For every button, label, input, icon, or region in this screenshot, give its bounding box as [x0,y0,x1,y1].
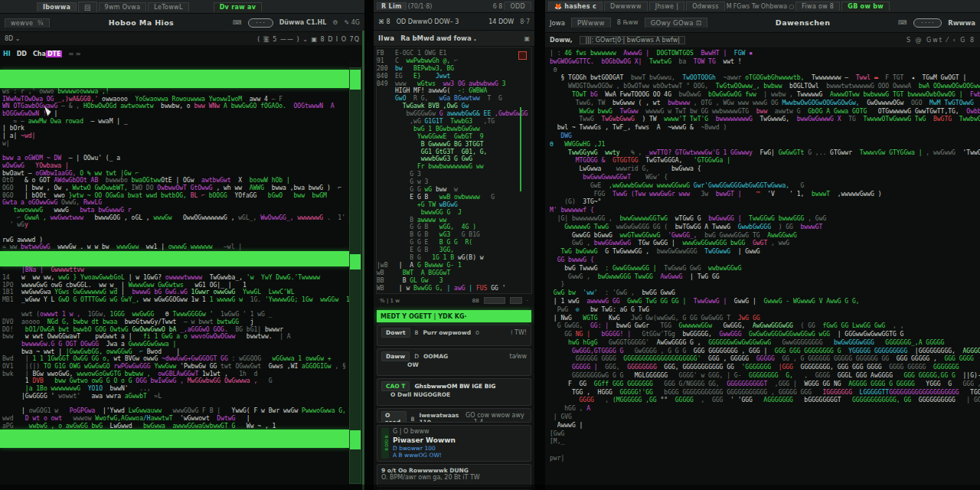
mid-window-tabbar: R Lim (70/1·8) 6 8 ODD [374,0,534,13]
tab-active-green[interactable]: Dv raw av [214,2,262,11]
tab-odwess[interactable]: Odwwss [686,2,725,11]
code-token: bwA OOwwwOGwOOGwwOOwT [911,83,980,90]
code-token: GGGGGGGGGG [911,397,956,403]
code-line: |GwGGGG ' wowwt' awa wwra aGwwbT ≈L [2,393,349,400]
code-token: — & , [57,103,83,109]
code-token: TwwwwwG [797,91,823,98]
code-line: bwOawt — oGWbwIaaGG, O % ww twt |Gw ⌐ [2,170,349,178]
code-line: | a| ~wd| [2,132,349,140]
right-toolbar-icons[interactable]: S @ Gwt ⁄ ‹ G 8 [906,37,975,44]
code-token: bww Gwtwo owG G O o G [54,377,136,384]
right-bar2-run[interactable]: 8 ℞ww [617,19,639,26]
keyboard-icon[interactable]: ⌨ [898,19,907,26]
tab-icon-square[interactable]: 回 [78,2,96,12]
code-token: T G [480,95,502,102]
code-token: bwwwwGw.G G OGT OGwGG [21,341,99,348]
right-bar3-box[interactable]: |||: GOwrt|0·| bwGwws A bwfw| [580,36,685,44]
code-token: | GGG [956,397,980,403]
code-token: GG , G GGGGGG GGGGG GGGGGG GG [775,355,889,362]
code-token: bwwGwwwwGGTwG [612,215,668,222]
tab-rlim[interactable]: R Lim [377,2,407,10]
command-icon[interactable]: ⌘ 8 [378,18,390,25]
expand-icon[interactable]: ▣ [524,35,530,42]
code-token: TwwGwwG | [686,298,727,305]
code-token: G [480,194,495,201]
right-bar2-jowa[interactable]: Jowa [550,19,565,27]
keyboard-icon[interactable]: ⌨ [233,19,242,26]
doc-tab[interactable]: wewve ¾ [5,18,50,28]
code-token: 'GTGGwGa | [682,157,730,164]
code-token: bwoGtwwGy/Twwt [117,318,176,325]
selection-bar-3 [0,430,349,448]
code-token: OtE | OGw [161,177,194,184]
right-pill-button[interactable]: · · · · [913,18,942,28]
daww-button[interactable]: Daww [381,351,410,361]
code-token: WwGw bwwG [580,108,612,115]
code-token: ,wG [395,118,425,125]
tab-hashes[interactable]: 🦊 hashes c [548,2,603,11]
code-token: wwwwGwG owG cbwGGL. ww w_ | [21,282,129,289]
code-token: wwwwwwG [294,214,324,221]
odd-button[interactable]: ODD [504,2,531,11]
code-token: bwGwwGwwwGGwT [583,174,631,181]
tab-ibowwa[interactable]: Ibowwa [37,2,77,11]
code-token: JwG Gw(wwGwG, G GG GwGwGG T [620,315,731,322]
gear-icon[interactable]: ⚙ [332,19,338,26]
tab-ohbwow[interactable]: Ohbwwa [761,3,787,10]
code-token: bwwGGwwGwG [594,240,631,247]
toolbar-left-label: 8D ⌄ [5,35,21,42]
dowrt-button[interactable]: Dowrt [381,328,410,338]
tab-fows[interactable]: FGws Tw [733,3,760,10]
code-token: TwwG (Tww wwwGwGr www [605,191,690,198]
code-token: 'GGGGGGG [734,364,771,371]
row-a-controls[interactable]: ⁞ TW! [511,329,527,336]
mid-tab-icons[interactable]: 6 8 [493,3,503,10]
tab-green-button[interactable]: GB ow bw [841,2,890,11]
tab-dummy[interactable]: Dwwwww [604,2,648,11]
edit-icon[interactable]: ✎ 4G [344,19,360,26]
code-token: GGG, [598,364,620,371]
tab-m[interactable]: M [727,3,732,10]
code-line: TwwG, TW bwGwww ( , wt bwbwww , OTG , WG… [550,100,980,108]
code-token: GwwA , [24,214,47,221]
code-token: bwGGGwGw [395,110,439,117]
code-token: C [395,57,406,64]
code-line: § TGOGh bwtGOOGAT bwwT bwGwwu, TwOOTOOGh… [550,74,980,83]
crumb-chadte-label[interactable]: ChaDTE [33,51,63,57]
layout-pill-button[interactable]: · · · [248,18,273,28]
scrollbar-thumb[interactable] [350,70,361,90]
wizard-link-1[interactable]: D bwowwr 100 [393,445,456,452]
code-token: |GGG [771,364,793,371]
code-line: bwwwGG G J [377,209,531,217]
line-number: 91 [377,57,390,65]
code-token: bG [586,91,597,98]
code-token: °° [657,397,668,403]
right-bar2-palaww[interactable]: PWwww [571,18,611,28]
code-token: bwGwww ( , wt [605,100,660,106]
code-token: wwPwbwwGh @, [406,57,450,64]
code-token: DVB [32,377,43,384]
tab-fiwa[interactable]: Fiwa ow 8 [795,2,840,11]
scrollbar-thumb[interactable] [350,430,361,449]
toolbar-icon-row[interactable]: ( 鉴 5 —— ) ⌄ ▣ 8 D I O 7Q [257,34,360,43]
left-scrollbar-track[interactable] [349,67,361,484]
code-token: wwbwG , o awGwGG bwG [29,423,103,430]
code-token: wwwGw [154,214,172,221]
status-box[interactable] [484,297,505,304]
scrollbar-thumb[interactable] [350,254,361,270]
code-line: [M,_ [550,438,980,446]
tab-jhswe[interactable]: Jhswe | [649,2,684,11]
code-token: bwGGGGG, [675,331,712,338]
wizard-link-2[interactable]: A B wwwOG OW! [393,452,456,459]
code-token: -: GWBWA [450,87,487,94]
tab-run-ovm[interactable]: 9wm Ovwa [99,2,147,11]
right-bar2-gowy[interactable]: GOwy GOwa ⊡ [645,18,708,28]
code-token: WwA FwwTOOOG OO 4G [598,91,671,98]
o-seed-button[interactable]: O seed [381,411,407,423]
cao-t-button[interactable]: CAO T [381,381,410,391]
tab-letoml[interactable]: LeTowwL [148,2,188,11]
status-box-small[interactable] [510,297,522,304]
code-token: IWwAwTOwOwa OG [2,96,54,103]
code-token: wwwow [62,415,95,422]
code-token: GGGGGGGGGGGGGGGGGGGG' [616,355,701,362]
